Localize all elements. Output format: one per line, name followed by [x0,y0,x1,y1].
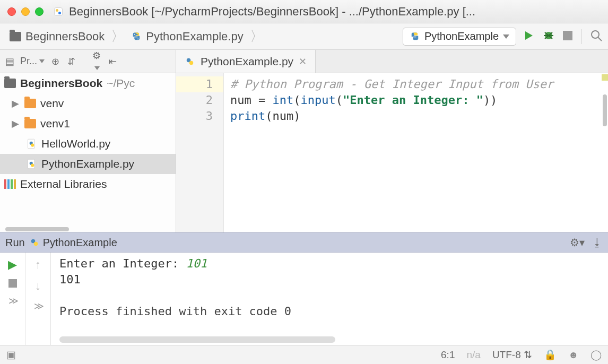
stop-button[interactable] [563,31,572,42]
folder-icon [4,79,16,88]
window-minimize-button[interactable] [21,7,30,16]
console-line-exit: Process finished with exit code 0 [59,304,600,319]
tree-node-venv1[interactable]: ▶ venv1 [0,114,176,134]
project-tool-window: ▤ Pr... ⊕ ⇵ ⚙ ⇤ BeginnersBook ~/Pyc ▶ ve… [0,50,176,232]
tree-node-pythonexample[interactable]: PythonExample.py [0,154,176,174]
search-everywhere-button[interactable] [590,29,603,44]
svg-point-20 [189,60,194,65]
code-line-3: print(num) [230,109,300,123]
project-view-selector[interactable]: Pr... [20,56,45,67]
gutter-line-3: 3 [176,108,213,124]
breadcrumb-root-label: BeginnersBook [25,30,105,44]
file-encoding[interactable]: UTF-8 ⇅ [492,349,532,361]
editor-tabs: PythonExample.py ✕ [176,50,608,73]
rerun-button[interactable]: ▶ [8,258,17,272]
more-button[interactable]: ≫ [34,300,42,312]
run-configuration-dropdown[interactable]: PythonExample [403,28,516,46]
console-horizontal-scrollbar[interactable] [59,336,335,343]
app-icon [53,6,64,17]
python-file-icon [185,56,195,67]
line-separator[interactable]: n/a [466,349,480,361]
project-view-icon[interactable]: ▤ [4,56,15,67]
svg-point-1 [56,9,58,12]
toggle-tool-windows-button[interactable]: ▣ [6,349,16,361]
editor-gutter[interactable]: 1 2 3 [176,73,224,232]
cursor-position[interactable]: 6:1 [441,349,455,361]
svg-point-4 [137,38,138,39]
tree-node-label: venv1 [40,117,70,130]
gutter-line-2: 2 [176,92,213,108]
code-line-2: num = int(input("Enter an Integer: ")) [230,93,497,107]
run-config-name: PythonExample [43,237,117,249]
svg-point-11 [592,31,599,38]
project-tree[interactable]: BeginnersBook ~/Pyc ▶ venv ▶ venv1 Hello… [0,73,176,225]
svg-point-3 [134,33,135,34]
python-file-icon [27,138,37,149]
scrollbar-thumb[interactable] [603,94,607,126]
code-editor[interactable]: 1 2 3 # Python Program - Get Integer Inp… [176,73,608,232]
run-tool-title: Run [5,237,25,249]
run-console[interactable]: Enter an Integer: 101 101 Process finish… [51,253,608,345]
editor-tab-label: PythonExample.py [201,55,293,68]
up-stack-button[interactable]: ↑ [35,258,41,272]
tree-node-venv[interactable]: ▶ venv [0,93,176,114]
code-content[interactable]: # Python Program - Get Integer Input fro… [224,73,608,232]
folder-icon [10,32,21,41]
lock-icon[interactable]: 🔒 [544,349,557,361]
feedback-icon[interactable]: ◯ [590,349,602,361]
close-tab-button[interactable]: ✕ [299,56,307,67]
stop-process-button[interactable] [8,279,17,288]
tree-node-external-libraries[interactable]: External Libraries [0,174,176,194]
window-close-button[interactable] [7,7,16,16]
chevron-down-icon [39,59,45,63]
settings-gear-icon[interactable]: ⚙ [91,50,102,73]
console-line-prompt: Enter an Integer: 101 [59,257,207,270]
code-line-1: # Python Program - Get Integer Input fro… [230,77,553,91]
run-button[interactable] [524,30,534,42]
window-title: BeginnersBook [~/PycharmProjects/Beginne… [69,5,475,19]
project-toolbar: ▤ Pr... ⊕ ⇵ ⚙ ⇤ [0,50,176,73]
folder-icon [24,99,36,108]
window-zoom-button[interactable] [35,7,44,16]
down-stack-button[interactable]: ↓ [35,279,41,293]
run-tool-window: Run PythonExample ⚙▾ ⭳ ▶ ≫ ↑ ↓ ≫ Enter a… [0,232,608,345]
svg-point-15 [31,143,34,146]
expand-button[interactable]: ≫ [8,295,17,307]
collapse-all-button[interactable]: ⇵ [66,56,76,67]
editor-scrollbar[interactable] [602,73,608,232]
project-horizontal-scrollbar[interactable] [0,225,176,232]
python-file-icon [27,159,37,169]
inspector-icon[interactable]: ☻ [568,349,579,361]
locate-file-button[interactable]: ⊕ [50,56,60,67]
expand-icon[interactable]: ▶ [12,118,20,129]
project-root-node[interactable]: BeginnersBook ~/Pyc [0,73,176,93]
breadcrumb-file[interactable]: PythonExample.py [127,28,247,46]
status-bar: ▣ 6:1 n/a UTF-8 ⇅ 🔒 ☻ ◯ [0,345,608,364]
breadcrumb-file-label: PythonExample.py [146,30,243,44]
run-tool-header[interactable]: Run PythonExample ⚙▾ ⭳ [0,232,608,253]
tree-node-helloworld[interactable]: HelloWorld.py [0,134,176,154]
run-export-icon[interactable]: ⭳ [592,237,603,249]
run-configuration-label: PythonExample [424,30,499,42]
svg-marker-5 [525,31,533,40]
run-left-toolbar: ▶ ≫ [0,253,25,345]
tree-node-label: HelloWorld.py [41,137,110,150]
run-settings-gear-icon[interactable]: ⚙▾ [570,236,585,249]
expand-icon[interactable]: ▶ [12,98,20,109]
editor-tab-pythonexample[interactable]: PythonExample.py ✕ [176,50,316,73]
python-file-icon [131,31,142,42]
svg-line-12 [598,37,602,41]
console-line-echo: 101 [59,272,600,288]
svg-point-2 [58,12,61,14]
hide-panel-button[interactable]: ⇤ [107,56,118,67]
python-icon [410,31,420,42]
chevron-right-icon: 〉 [248,27,266,46]
project-view-label: Pr... [20,56,37,67]
svg-point-22 [33,242,38,246]
project-root-path: ~/Pyc [107,77,135,90]
gutter-line-1: 1 [176,76,223,92]
marker-warning-icon [602,74,608,81]
breadcrumb-root[interactable]: BeginnersBook [5,28,109,46]
debug-button[interactable] [543,30,554,43]
window-titlebar: BeginnersBook [~/PycharmProjects/Beginne… [0,0,608,23]
